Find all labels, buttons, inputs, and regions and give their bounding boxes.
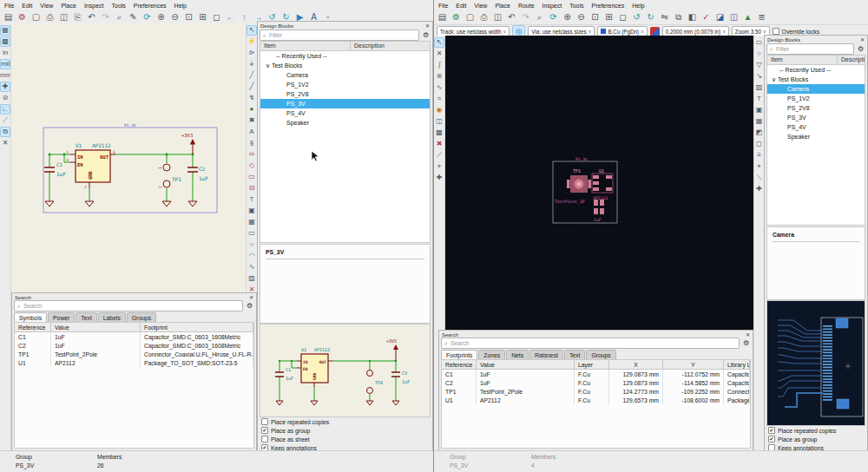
table-cell[interactable]: 1uF [51, 341, 141, 350]
zoom-out-icon[interactable]: ⊖ [168, 11, 181, 23]
new-schematic-icon[interactable]: ▢ [30, 11, 43, 23]
rule-area-icon[interactable]: ◻ [754, 139, 765, 149]
rotate-ccw-icon[interactable]: ↺ [630, 11, 643, 23]
tree-item-ps-4v[interactable]: PS_4V [767, 122, 865, 132]
table-cell[interactable]: Connector_Coaxial:U.FL_H [724, 387, 750, 396]
route-diff-pairs-icon[interactable]: ≋ [434, 71, 444, 82]
gear-icon[interactable]: ⚙ [421, 30, 431, 40]
save-icon[interactable]: ▤ [436, 11, 449, 23]
tree-item-test-blocks[interactable]: ∨ Test Blocks [260, 61, 430, 70]
hierarchical-sheet-icon[interactable]: ▭ [247, 172, 257, 182]
junction-icon[interactable]: ● [247, 104, 257, 115]
arc-icon[interactable]: ◠ [247, 251, 257, 261]
mirror-icon[interactable]: ⇋ [658, 11, 671, 23]
tree-item-recently-used[interactable]: -- Recently Used -- [767, 65, 865, 75]
find-icon[interactable]: ⌕ [533, 11, 546, 23]
textbox-icon[interactable]: ▣ [754, 105, 765, 115]
layer-pair-icon[interactable] [650, 27, 660, 36]
column-header[interactable]: Layer [575, 360, 609, 369]
global-label-icon[interactable]: ⇨ [247, 149, 257, 160]
zone-icon[interactable]: ◩ [754, 128, 765, 138]
table-cell[interactable]: 129.6573 mm [609, 396, 663, 404]
tree-item-camera[interactable]: Camera [260, 70, 430, 80]
schematic-setup-icon[interactable]: ⚙ [16, 11, 29, 23]
undo-icon[interactable]: ↶ [85, 11, 98, 23]
table-cell[interactable]: Capacitor_SMD:C_0603_16 [724, 370, 750, 378]
gear-icon[interactable]: ⚙ [741, 338, 751, 348]
circle-icon[interactable]: ○ [247, 239, 257, 250]
table-cell[interactable]: 124.2773 mm [609, 387, 663, 396]
table-cell[interactable]: TP1 [442, 387, 477, 396]
zoom-fit-icon[interactable]: ⊡ [589, 11, 602, 23]
table-cell[interactable]: -112.0752 mm [663, 370, 724, 378]
origin-icon[interactable]: ⌖ [434, 161, 444, 172]
table-row[interactable]: TP1TestPoint_2PoleF.Cu124.2773 mm-109.22… [442, 387, 750, 396]
table-cell[interactable]: F.Cu [575, 370, 609, 378]
table-cell[interactable]: Capacitor_SMD:C_0603_16 [724, 378, 750, 387]
table-row[interactable]: C11uFCapacitor_SMD:C_0603_1608Metric [15, 332, 253, 341]
column-description[interactable]: Description [351, 42, 430, 50]
tab-ratsnest[interactable]: Ratsnest [529, 350, 563, 359]
tab-footprints[interactable]: Footprints [441, 350, 477, 359]
column-header[interactable]: Library Link [724, 360, 750, 369]
draw-bus-icon[interactable]: ╱ [247, 82, 257, 92]
column-header[interactable]: Reference [442, 360, 477, 369]
circle-icon[interactable]: ○ [754, 49, 765, 59]
table-cell[interactable]: Package_TO_SOT_SMD:SOT-23-5 [141, 358, 253, 367]
print-icon[interactable]: ⎙ [43, 11, 56, 23]
filter-input[interactable]: ⌕ Filter [766, 43, 854, 55]
group-icon[interactable]: ⧉ [672, 11, 685, 23]
select-icon[interactable]: ↖ [247, 25, 257, 36]
units-inches-icon[interactable]: in [0, 48, 10, 58]
table-cell[interactable]: -109.2252 mm [663, 387, 724, 396]
scripting-console-icon[interactable]: ≣ [755, 11, 768, 23]
table-cell[interactable]: 1uF [477, 370, 575, 378]
units-mils-icon[interactable]: mil [0, 59, 10, 69]
table-cell[interactable]: C1 [15, 332, 51, 341]
refresh-icon[interactable]: ⟳ [547, 11, 560, 23]
menu-tools[interactable]: Tools [111, 3, 125, 9]
table-cell[interactable]: -114.5852 mm [663, 378, 724, 387]
table-cell[interactable]: F.Cu [575, 396, 609, 404]
table-cell[interactable]: 1uF [51, 332, 141, 341]
tree-item-ps-1v2[interactable]: PS_1V2 [767, 94, 865, 103]
table-icon[interactable]: ▦ [247, 217, 257, 227]
table-cell[interactable]: Package_TO_SOT_SMD:SO [724, 396, 750, 404]
tree-item-ps-3v[interactable]: PS_3V [767, 113, 865, 122]
tree-item-ps-2v8[interactable]: PS_2V8 [767, 103, 865, 113]
menu-help[interactable]: Help [174, 3, 187, 9]
menu-help[interactable]: Help [632, 3, 644, 9]
column-header[interactable]: Reference [15, 323, 51, 331]
table-cell[interactable]: TestPoint_2Pole [51, 350, 141, 358]
undo-icon[interactable]: ↶ [505, 11, 518, 23]
table-cell[interactable]: U1 [442, 396, 477, 404]
table-row[interactable]: TP1TestPoint_2PoleConnector_Coaxial:U.FL… [15, 350, 253, 358]
close-icon[interactable]: ✕ [746, 331, 750, 338]
close-icon[interactable]: ✕ [249, 294, 253, 300]
table-cell[interactable]: C1 [442, 370, 477, 378]
net-label-icon[interactable]: A [247, 127, 257, 137]
search-input[interactable]: ⌕ Search [441, 338, 740, 349]
refresh-icon[interactable]: ⟳ [141, 11, 154, 23]
column-header[interactable]: Y [663, 360, 724, 369]
column-header[interactable]: X [609, 360, 663, 369]
rectangle-icon[interactable]: ▭ [754, 37, 765, 48]
plot-icon[interactable]: ◫ [491, 11, 504, 23]
measure-icon[interactable]: ⟍ [754, 173, 765, 183]
checkbox-place-as-group[interactable]: ✔Place as group [261, 426, 431, 435]
checkbox-place-as-group[interactable]: ✔Place as group [768, 435, 865, 443]
grid-visibility-icon[interactable]: ▦ [0, 25, 10, 36]
hidden-pins-icon[interactable]: ⊘ [0, 93, 10, 103]
menu-file[interactable]: File [4, 3, 14, 9]
drc-markers-icon[interactable]: ✖ [434, 139, 444, 149]
tree-item-ps-1v2[interactable]: PS_1V2 [260, 80, 430, 89]
menu-preferences[interactable]: Preferences [134, 3, 167, 9]
nav-back-icon[interactable]: ← [224, 11, 237, 23]
tree-item-camera[interactable]: Camera [767, 84, 865, 94]
paste-icon[interactable]: ⎘ [71, 11, 84, 23]
zoom-in-icon[interactable]: ⊕ [561, 11, 574, 23]
tune-skew-icon[interactable]: ≈ [434, 94, 444, 104]
anchor-icon[interactable]: ✚ [754, 184, 765, 194]
lock-icon[interactable]: ◧ [686, 11, 699, 23]
tree-item-test-blocks[interactable]: ∨ Test Blocks [767, 75, 865, 84]
